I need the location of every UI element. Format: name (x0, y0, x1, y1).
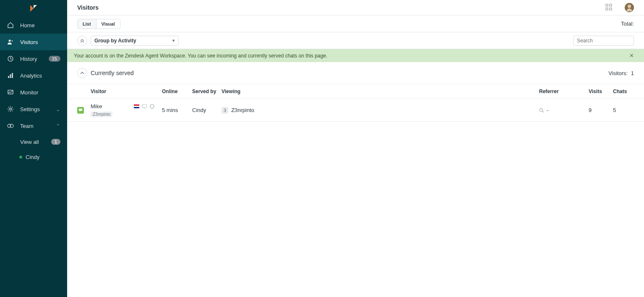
nav-analytics[interactable]: Analytics (0, 67, 67, 84)
col-referrer: Referrer (539, 89, 589, 94)
visitors-icon (7, 38, 14, 46)
table-header: Visitor Online Served by Viewing Referre… (67, 84, 644, 99)
nav-label: Team (20, 123, 56, 129)
nav-label: Analytics (20, 73, 60, 79)
team-agent-item[interactable]: Cindy (0, 149, 67, 164)
col-visits: Visits (589, 89, 613, 94)
nav-label: History (20, 56, 49, 62)
banner-close-button[interactable]: ✕ (629, 52, 634, 59)
history-icon (7, 55, 14, 63)
search-container (573, 36, 634, 46)
svg-point-1 (12, 40, 13, 42)
tab-list[interactable]: List (78, 19, 96, 29)
referrer-value: - (547, 107, 548, 113)
controls-bar: Group by Activity (67, 32, 644, 49)
team-view-all[interactable]: View all 1 (0, 134, 67, 149)
apps-grid-icon[interactable] (605, 4, 613, 11)
nav-label: View all (20, 139, 51, 145)
col-viewing: Viewing (222, 89, 539, 94)
visits-count: 9 (589, 107, 613, 113)
table-row[interactable]: Mike Z3nrpinto 5 mins Cindy 3 Z3nrpinto (67, 99, 644, 122)
svg-point-0 (9, 40, 11, 42)
banner-message: Your account is on the Zendesk Agent Wor… (74, 53, 327, 59)
nav-label: Home (20, 22, 60, 29)
team-subnav: View all 1 Cindy (0, 134, 67, 164)
svg-point-7 (10, 108, 12, 110)
sidebar: Home Visitors History 15 Analytics Monit… (0, 0, 67, 297)
app-logo[interactable] (0, 0, 67, 17)
view-toggle: List Visual (77, 19, 120, 29)
team-icon (7, 122, 14, 130)
group-by-label: Group by Activity (94, 38, 136, 44)
user-avatar[interactable] (625, 3, 634, 12)
svg-rect-13 (610, 8, 612, 10)
nav-badge: 15 (49, 56, 60, 62)
country-flag-icon (134, 104, 139, 108)
nav-home[interactable]: Home (0, 17, 67, 34)
viewing-page: Z3nrpinto (231, 107, 254, 113)
section-title: Currently served (91, 70, 134, 76)
section-stats: Visitors: 1 (608, 70, 634, 76)
nav-team[interactable]: Team ⌃ (0, 117, 67, 134)
browser-icon (150, 104, 154, 109)
chat-active-icon (77, 107, 84, 114)
col-online: Online (162, 89, 192, 94)
section-collapse-button[interactable] (77, 68, 87, 78)
svg-point-15 (628, 5, 631, 8)
nav-badge: 1 (51, 139, 60, 145)
chats-count: 5 (613, 107, 634, 113)
col-chats: Chats (613, 89, 634, 94)
svg-rect-5 (12, 73, 13, 78)
monitor-icon (7, 89, 14, 96)
page-title: Visitors (77, 4, 99, 11)
double-chevron-up-icon (80, 39, 84, 43)
search-input[interactable] (573, 36, 634, 46)
toolbar: List Visual Total: (67, 16, 644, 32)
info-banner: Your account is on the Zendesk Agent Wor… (67, 49, 644, 62)
online-duration: 5 mins (162, 107, 192, 113)
nav-monitor[interactable]: Monitor (0, 84, 67, 101)
home-icon (7, 21, 14, 29)
svg-rect-16 (142, 104, 147, 107)
stat-count: 1 (631, 70, 634, 76)
svg-rect-10 (606, 4, 608, 6)
svg-rect-12 (606, 8, 608, 10)
nav-label: Settings (20, 106, 56, 112)
zendesk-chat-logo-icon (29, 4, 38, 13)
chevron-up-icon (80, 71, 84, 75)
served-by-agent: Cindy (192, 107, 222, 113)
visitor-id-tag: Z3nrpinto (91, 112, 112, 117)
nav-label: Visitors (20, 39, 60, 45)
status-online-icon (19, 156, 22, 159)
group-by-select[interactable]: Group by Activity (91, 36, 179, 46)
col-served-by: Served by (192, 89, 222, 94)
visitors-table: Visitor Online Served by Viewing Referre… (67, 84, 644, 122)
gear-icon (7, 105, 14, 113)
collapse-all-button[interactable] (77, 36, 87, 46)
main-content: Visitors List Visual Total: Group by Act… (67, 0, 644, 297)
nav-settings[interactable]: Settings ⌄ (0, 101, 67, 117)
nav-label: Monitor (20, 89, 60, 96)
stat-label: Visitors: (608, 70, 628, 76)
topbar: Visitors (67, 0, 644, 16)
nav-visitors[interactable]: Visitors (0, 34, 67, 50)
section-header: Currently served Visitors: 1 (67, 62, 644, 84)
col-visitor: Visitor (91, 89, 162, 94)
svg-rect-4 (10, 74, 11, 78)
total-label: Total: (621, 21, 634, 27)
desktop-icon (142, 104, 147, 109)
analytics-icon (7, 72, 14, 79)
chevron-up-icon: ⌃ (56, 123, 60, 129)
page-count-badge: 3 (222, 107, 228, 114)
chevron-down-icon: ⌄ (56, 106, 60, 112)
svg-point-9 (10, 124, 13, 128)
svg-rect-11 (610, 4, 612, 6)
svg-rect-3 (8, 76, 9, 78)
search-icon (539, 108, 544, 113)
nav-history[interactable]: History 15 (0, 50, 67, 67)
tab-visual[interactable]: Visual (96, 19, 120, 29)
svg-point-17 (540, 108, 543, 111)
agent-name: Cindy (26, 154, 60, 160)
visitor-name: Mike (91, 103, 134, 109)
